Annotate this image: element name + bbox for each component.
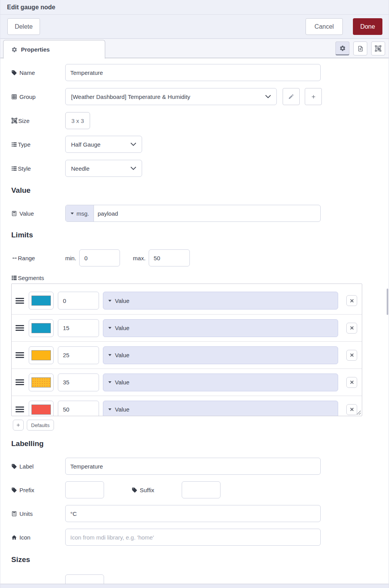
remove-segment-button[interactable] [346, 350, 357, 361]
arrows-horizontal-icon [11, 256, 18, 261]
resize-handle[interactable] [356, 410, 361, 415]
drag-handle-icon[interactable] [16, 406, 24, 412]
min-label: min. [65, 255, 76, 261]
segment-value-input[interactable] [58, 346, 99, 364]
tag-icon [132, 487, 137, 493]
typed-input-value[interactable]: payload [94, 205, 118, 221]
gear-icon [339, 45, 346, 52]
name-input[interactable] [65, 64, 321, 81]
value-typed-input[interactable]: msg. payload [65, 205, 321, 222]
segment-mode-label: Value [115, 379, 129, 386]
size-button[interactable]: 3 x 3 [65, 112, 90, 129]
labelling-heading: Labelling [11, 439, 389, 448]
segment-mode-select[interactable]: Value [103, 346, 338, 364]
group-select-value: [Weather Dashboard] Temperature & Humidi… [71, 93, 190, 100]
gear-icon [11, 47, 17, 53]
range-label: Range [18, 255, 35, 261]
close-icon [350, 407, 354, 412]
drag-handle-icon[interactable] [16, 298, 24, 304]
chevron-down-icon [130, 166, 136, 170]
segment-color-button[interactable] [29, 346, 54, 364]
edit-gauge-dialog: Edit gauge node Delete Cancel Done Prope… [0, 0, 389, 588]
size-row: Size 3 x 3 [11, 112, 389, 129]
grid-icon [11, 94, 17, 100]
segment-value-input[interactable] [58, 374, 99, 391]
segment-mode-label: Value [115, 297, 129, 304]
style-select[interactable]: Needle [65, 160, 142, 177]
icon-input[interactable] [65, 529, 321, 546]
add-segment-button[interactable] [13, 420, 24, 431]
segment-mode-select[interactable]: Value [103, 319, 338, 337]
segment-mode-select[interactable]: Value [103, 374, 338, 391]
segment-value-input[interactable] [58, 401, 99, 417]
prefix-suffix-row: Prefix Suffix [11, 481, 389, 498]
color-swatch [31, 405, 51, 415]
scrollbar-thumb[interactable] [387, 289, 388, 315]
range-min-input[interactable] [79, 249, 120, 266]
list-icon [11, 142, 17, 147]
segment-color-button[interactable] [29, 292, 54, 310]
segment-color-button[interactable] [29, 401, 54, 417]
close-icon [350, 353, 354, 357]
suffix-input[interactable] [182, 481, 221, 498]
units-label: Units [19, 510, 33, 517]
plus-icon [311, 94, 316, 100]
style-select-value: Needle [71, 165, 90, 172]
icon-row: Icon [11, 529, 389, 546]
done-button[interactable]: Done [353, 18, 382, 35]
edit-group-button[interactable] [283, 88, 300, 105]
typed-input-prefix: msg. [76, 210, 89, 217]
caret-down-icon [108, 327, 111, 329]
label-label-group: Label [11, 463, 65, 470]
type-select[interactable]: Half Gauge [65, 136, 142, 153]
segment-mode-select[interactable]: Value [103, 292, 338, 310]
drag-handle-icon[interactable] [16, 352, 24, 358]
segment-mode-label: Value [115, 406, 129, 413]
segments-label: Segments [18, 275, 44, 281]
group-select[interactable]: [Weather Dashboard] Temperature & Humidi… [65, 88, 277, 105]
typed-input-type-select[interactable]: msg. [66, 205, 94, 221]
icon-label: Icon [19, 534, 30, 541]
plus-icon [16, 423, 21, 427]
segment-value-input[interactable] [58, 319, 99, 337]
add-group-button[interactable] [305, 88, 322, 105]
units-input[interactable] [65, 505, 321, 522]
segment-mode-label: Value [115, 325, 129, 331]
document-icon [357, 45, 364, 52]
drag-handle-icon[interactable] [16, 379, 24, 385]
segment-color-button[interactable] [29, 374, 54, 391]
tab-properties[interactable]: Properties [3, 40, 105, 59]
name-label-group: Name [11, 69, 65, 76]
delete-button[interactable]: Delete [7, 18, 40, 35]
appearance-view-button[interactable] [371, 42, 385, 55]
segment-row: Value [12, 287, 362, 314]
value-row: Value msg. payload [11, 205, 389, 222]
close-icon [350, 380, 354, 384]
remove-segment-button[interactable] [346, 323, 357, 334]
caret-down-icon [108, 381, 111, 383]
drag-handle-icon[interactable] [16, 325, 24, 331]
color-swatch [31, 323, 51, 333]
segment-mode-select[interactable]: Value [103, 401, 338, 417]
remove-segment-button[interactable] [346, 377, 357, 388]
properties-form: Name Group [Weather Dashboard] Temperatu… [0, 58, 389, 588]
prefix-input[interactable] [65, 481, 104, 498]
remove-segment-button[interactable] [346, 295, 357, 306]
cancel-button[interactable]: Cancel [306, 18, 343, 35]
range-max-input[interactable] [149, 249, 190, 266]
defaults-button[interactable]: Defaults [27, 420, 54, 431]
size-label: Size [18, 118, 30, 124]
segment-row: Value [12, 396, 362, 416]
segment-color-button[interactable] [29, 319, 54, 337]
label-input[interactable] [65, 458, 321, 475]
list-icon [11, 166, 17, 171]
label-label: Label [19, 463, 34, 470]
chevron-down-icon [265, 95, 271, 99]
description-view-button[interactable] [353, 42, 367, 55]
remove-segment-button[interactable] [346, 404, 357, 415]
type-select-value: Half Gauge [71, 141, 101, 148]
caret-down-icon [108, 408, 111, 410]
segment-value-input[interactable] [58, 292, 99, 310]
caret-down-icon [108, 354, 111, 356]
properties-view-button[interactable] [335, 42, 349, 55]
